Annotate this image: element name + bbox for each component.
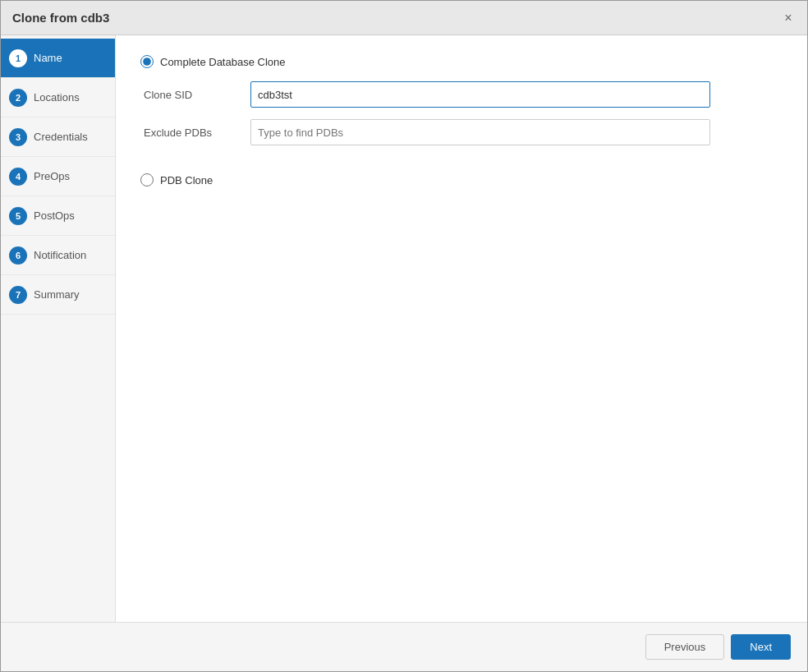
- close-button[interactable]: ×: [781, 11, 796, 25]
- sidebar-label-postops: PostOps: [34, 209, 75, 222]
- sidebar-label-name: Name: [34, 52, 62, 64]
- sidebar-label-summary: Summary: [34, 288, 80, 301]
- step-num-1: 1: [9, 49, 27, 67]
- complete-clone-option: Complete Database Clone Clone SID Exclud…: [140, 55, 783, 157]
- dialog-body: 1 Name 2 Locations 3 Credentials 4 PreOp…: [1, 35, 807, 622]
- title-bar: Clone from cdb3 ×: [1, 1, 807, 35]
- sidebar-item-postops[interactable]: 5 PostOps: [1, 196, 115, 236]
- exclude-pdbs-row: Exclude PDBs: [144, 119, 783, 145]
- complete-clone-radio[interactable]: [140, 55, 154, 68]
- pdb-clone-label: PDB Clone: [160, 174, 213, 186]
- dialog-title: Clone from cdb3: [12, 11, 109, 25]
- pdb-clone-option: PDB Clone: [140, 173, 783, 186]
- clone-dialog: Clone from cdb3 × 1 Name 2 Locations 3 C…: [0, 0, 808, 672]
- clone-sid-input[interactable]: [250, 81, 710, 108]
- complete-clone-label: Complete Database Clone: [160, 56, 285, 68]
- step-num-4: 4: [9, 168, 27, 186]
- sidebar-label-notification: Notification: [34, 249, 86, 261]
- exclude-pdbs-label: Exclude PDBs: [144, 127, 250, 139]
- sidebar-label-locations: Locations: [34, 91, 80, 104]
- sidebar-item-name[interactable]: 1 Name: [1, 39, 115, 78]
- complete-clone-form: Clone SID Exclude PDBs: [144, 81, 783, 145]
- main-content: Complete Database Clone Clone SID Exclud…: [116, 35, 807, 622]
- sidebar-label-credentials: Credentials: [34, 131, 88, 143]
- sidebar-item-preops[interactable]: 4 PreOps: [1, 157, 115, 196]
- step-num-2: 2: [9, 89, 27, 107]
- pdb-clone-radio-label[interactable]: PDB Clone: [140, 173, 783, 186]
- step-num-5: 5: [9, 207, 27, 225]
- footer: Previous Next: [1, 622, 807, 671]
- complete-clone-radio-label[interactable]: Complete Database Clone: [140, 55, 783, 68]
- sidebar: 1 Name 2 Locations 3 Credentials 4 PreOp…: [1, 35, 116, 622]
- previous-button[interactable]: Previous: [645, 634, 725, 660]
- sidebar-item-summary[interactable]: 7 Summary: [1, 275, 115, 315]
- sidebar-item-locations[interactable]: 2 Locations: [1, 78, 115, 117]
- clone-type-group: Complete Database Clone Clone SID Exclud…: [140, 55, 783, 186]
- exclude-pdbs-input[interactable]: [250, 119, 710, 145]
- sidebar-label-preops: PreOps: [34, 170, 70, 182]
- step-num-6: 6: [9, 246, 27, 265]
- sidebar-item-notification[interactable]: 6 Notification: [1, 236, 115, 275]
- next-button[interactable]: Next: [731, 634, 791, 660]
- step-num-7: 7: [9, 286, 27, 304]
- pdb-clone-radio[interactable]: [140, 173, 154, 186]
- step-num-3: 3: [9, 128, 27, 146]
- sidebar-item-credentials[interactable]: 3 Credentials: [1, 117, 115, 157]
- clone-sid-label: Clone SID: [144, 89, 250, 101]
- clone-sid-row: Clone SID: [144, 81, 783, 108]
